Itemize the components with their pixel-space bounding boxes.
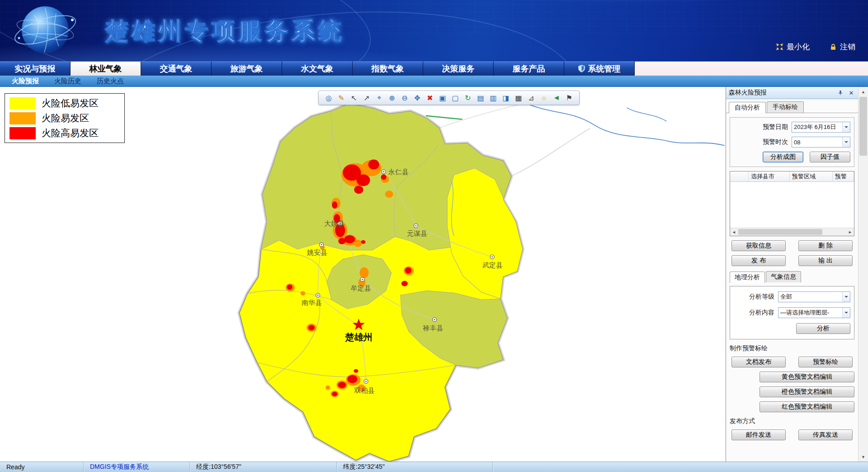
yellow-doc-edit-button[interactable]: 黄色预警文档编辑: [760, 372, 854, 382]
attribute-table-icon[interactable]: ▤: [475, 92, 486, 103]
map-label-mouding: 牟定县: [350, 284, 371, 292]
warning-table: 选择县市 预警区域 预警 ◄ ►: [730, 171, 854, 236]
map-label-yaoan: 姚安县: [307, 248, 327, 256]
measure-icon[interactable]: ✎: [336, 92, 347, 103]
app-title: 楚雄州专项服务系统: [105, 15, 345, 47]
previous-extent-icon[interactable]: ▢: [450, 92, 461, 103]
chart-icon[interactable]: ▥: [488, 92, 499, 103]
map-label-lufeng: 禄丰县: [423, 324, 443, 332]
factor-value-button[interactable]: 因子值: [810, 152, 850, 162]
print-icon[interactable]: ▦: [513, 92, 524, 103]
scroll-left-icon[interactable]: ◄: [730, 228, 738, 236]
map-label-yuanmou: 元谋县: [407, 229, 427, 237]
tab-lvyouqixiang[interactable]: 旅游气象: [212, 62, 282, 76]
tab-manual-plot[interactable]: 手动标绘: [767, 101, 804, 113]
map-label-chuxiong: 楚雄州: [344, 332, 372, 343]
geo-analysis-page: 分析等级 全部 分析内容 —请选择地理图层-: [730, 286, 854, 339]
refresh-icon[interactable]: ↻: [462, 92, 473, 103]
window-vscrollbar[interactable]: ▲ ▼: [858, 87, 868, 462]
pin-icon[interactable]: [836, 89, 844, 97]
panel-tabs: 自动分析 手动标绘: [726, 99, 858, 113]
full-extent-icon[interactable]: ▣: [437, 92, 448, 103]
fax-send-button[interactable]: 传真发送: [798, 429, 853, 440]
map-legend: 火险低易发区 火险易发区 火险高易发区: [5, 93, 125, 143]
status-longitude: 经度:103°56'57": [190, 462, 337, 472]
tab-fuwuchanpin[interactable]: 服务产品: [494, 62, 564, 76]
map-label-shuangbai: 双柏县: [354, 386, 374, 394]
analysis-content-label: 分析内容: [749, 309, 774, 317]
red-doc-edit-button[interactable]: 红色预警文档编辑: [760, 401, 854, 412]
analysis-content-select[interactable]: —请选择地理图层-: [778, 307, 850, 318]
analyze-map-button[interactable]: 分析成图: [763, 152, 803, 162]
select-arrow-icon[interactable]: ↖: [349, 92, 359, 103]
minimize-button[interactable]: 最小化: [776, 42, 810, 52]
warn-date-select[interactable]: 2023年 6月16日: [792, 122, 850, 133]
distance-icon[interactable]: ⊿: [526, 92, 537, 103]
layers-icon[interactable]: ◨: [500, 92, 511, 103]
tab-auto-analysis[interactable]: 自动分析: [729, 102, 766, 113]
tab-geo-analysis[interactable]: 地理分析: [730, 272, 765, 283]
zoom-out-icon[interactable]: ⊖: [399, 92, 410, 103]
publish-button[interactable]: 发 布: [731, 255, 786, 266]
subtab-huoxianlishi[interactable]: 火险历史: [54, 77, 81, 86]
globe-icon[interactable]: ◎: [323, 92, 334, 103]
close-icon[interactable]: ✕: [847, 89, 855, 97]
subtab-lishihuodian[interactable]: 历史火点: [97, 77, 124, 86]
panel-titlebar: 森林火险预报 ✕: [726, 87, 858, 99]
warn-time-label: 预警时次: [763, 138, 788, 146]
map-label-yongren: 永仁县: [388, 168, 409, 176]
pan-hand-icon[interactable]: ✥: [412, 92, 423, 103]
tab-zhishuqixiang[interactable]: 指数气象: [353, 62, 423, 76]
tabbar-filler: [635, 62, 868, 76]
hscroll-thumb[interactable]: [738, 229, 822, 235]
scroll-right-icon[interactable]: ►: [846, 228, 854, 236]
get-info-button[interactable]: 获取信息: [731, 240, 786, 251]
status-bar: Ready DMGIS专项服务系统 经度:103°56'57" 纬度:25°32…: [0, 462, 868, 472]
identify-icon[interactable]: ⌖: [374, 92, 385, 103]
orange-doc-edit-button[interactable]: 橙色预警文档编辑: [760, 386, 854, 397]
lock-icon: [830, 43, 837, 51]
map-label-nanhua: 南华县: [302, 299, 322, 306]
email-send-button[interactable]: 邮件发送: [731, 429, 786, 440]
subtab-huoxianyubao[interactable]: 火险预报: [12, 77, 39, 86]
tab-shikuangyuyubao[interactable]: 实况与预报: [0, 62, 71, 76]
back-icon[interactable]: ◄: [551, 92, 562, 103]
minimize-icon: [776, 43, 783, 51]
forest-fire-panel: 森林火险预报 ✕ 自动分析 手动标绘 预警日期 2023年 6月16日: [726, 87, 858, 462]
scroll-up-icon[interactable]: ▲: [859, 87, 868, 96]
doc-publish-button[interactable]: 文档发布: [731, 357, 786, 367]
table-hscrollbar[interactable]: ◄ ►: [730, 228, 854, 236]
analysis-tabs: 地理分析 气象信息: [730, 271, 854, 282]
tab-shuiwenqixiang[interactable]: 水文气象: [282, 62, 353, 76]
analyze-button[interactable]: 分析: [796, 323, 850, 334]
legend-item-low: 火险低易发区: [9, 97, 120, 110]
tab-jiaotongqixiang[interactable]: 交通气象: [141, 62, 212, 76]
legend-swatch-high: [9, 127, 36, 139]
warning-table-body[interactable]: [730, 182, 854, 228]
map-canvas[interactable]: 永仁县 元谋县 大姚县 姚安县 武定县 牟定县 南华县 禄丰县 双柏县 楚雄州 …: [0, 87, 726, 462]
shield-icon: [578, 65, 585, 72]
app-window: 楚雄州专项服务系统 最小化 注销 实况与预报 林业气象 交通气象 旅游气象: [0, 0, 868, 472]
warn-time-select[interactable]: 08: [792, 137, 850, 148]
output-button[interactable]: 输 出: [798, 255, 853, 266]
logout-button[interactable]: 注销: [830, 42, 855, 52]
tab-xitongguanli[interactable]: 系统管理: [564, 62, 635, 76]
status-ready: Ready: [0, 462, 84, 472]
tab-juecefuwu[interactable]: 决策服务: [423, 62, 494, 76]
pan-arrow-icon[interactable]: ↗: [361, 92, 372, 103]
vscroll-thumb[interactable]: [859, 97, 867, 156]
legend-item-medium: 火险易发区: [9, 112, 120, 124]
clear-icon[interactable]: ✖: [425, 92, 435, 103]
warning-settings-group: 预警日期 2023年 6月16日 预警时次 08: [730, 117, 854, 167]
delete-button[interactable]: 删 除: [798, 240, 853, 251]
analysis-level-select[interactable]: 全部: [778, 291, 850, 302]
highlight-icon[interactable]: ☼: [538, 92, 549, 103]
fire-risk-map[interactable]: 永仁县 元谋县 大姚县 姚安县 武定县 牟定县 南华县 禄丰县 双柏县 楚雄州: [0, 87, 726, 462]
scroll-down-icon[interactable]: ▼: [859, 452, 868, 462]
flag-icon[interactable]: ⚑: [564, 92, 575, 103]
tab-weather-info[interactable]: 气象信息: [766, 271, 801, 282]
plot-section-label: 制作预警标绘: [730, 344, 854, 353]
tab-linyeqixiang[interactable]: 林业气象: [71, 62, 141, 76]
zoom-in-icon[interactable]: ⊕: [387, 92, 397, 103]
warn-plot-button[interactable]: 预警标绘: [798, 357, 853, 367]
